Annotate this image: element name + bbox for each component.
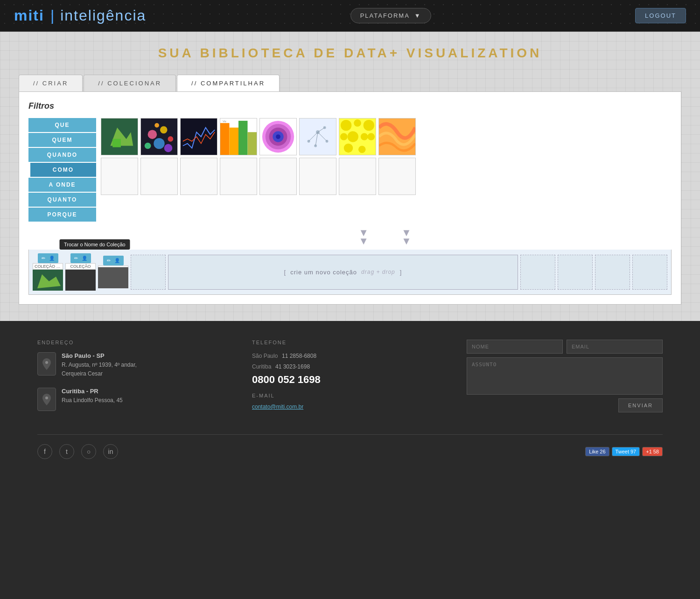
chart-item-map[interactable] bbox=[101, 118, 138, 155]
svg-marker-3 bbox=[112, 139, 121, 147]
form-email-input[interactable] bbox=[567, 340, 663, 354]
facebook-like-count: 26 bbox=[600, 449, 605, 454]
facebook-icon[interactable]: f bbox=[37, 444, 52, 459]
logo-inteligencia: inteligência bbox=[60, 7, 146, 24]
empty-slot-5[interactable] bbox=[632, 255, 667, 290]
tab-colecionar[interactable]: // COLECIONAR bbox=[84, 75, 176, 91]
filter-quando[interactable]: QUANDO bbox=[28, 148, 96, 162]
social-icons: f t ○ in bbox=[37, 444, 118, 459]
footer-grid: ENDEREÇO São Paulo - SP R. Augusta, nº 1… bbox=[37, 340, 663, 420]
drop-arrow-left: ▼ ▼ bbox=[358, 229, 369, 245]
googleplus-plus-icon: +1 bbox=[646, 449, 652, 454]
chart-item-radial[interactable] bbox=[259, 118, 297, 155]
svg-point-38 bbox=[364, 120, 374, 131]
collection-item-1: ✏ 👤 COLEÇÃO NOME bbox=[33, 253, 63, 291]
map-pin-sp bbox=[37, 352, 56, 376]
filter-quem[interactable]: QUEM bbox=[28, 133, 96, 147]
phone-sp-item: São Paulo 11 2858-6808 bbox=[252, 352, 448, 359]
email-link[interactable]: contato@miti.com.br bbox=[252, 404, 303, 410]
orkut-icon[interactable]: ○ bbox=[81, 444, 96, 459]
svg-rect-15 bbox=[230, 128, 239, 155]
drop-arrow-right: ▼ ▼ bbox=[401, 229, 412, 245]
chart-empty-4[interactable] bbox=[220, 158, 257, 195]
twitter-tweet-label: Tweet bbox=[616, 449, 629, 454]
chart-item-bar-orange[interactable]: Viz bbox=[220, 118, 257, 155]
filter-como[interactable]: COMO bbox=[28, 163, 96, 177]
tabs: // CRIAR // COLECIONAR // COMPARTILHAR bbox=[19, 75, 681, 91]
phone-title: TELEFONE bbox=[252, 340, 448, 345]
address-sp: São Paulo - SP R. Augusta, nº 1939, 4º a… bbox=[37, 352, 233, 378]
collection-thumb-3[interactable] bbox=[98, 267, 128, 288]
collection-user-icon-1[interactable]: 👤 bbox=[48, 255, 56, 262]
page-title: SUA BIBLIOTECA DE DATA+ VISUALIZATION bbox=[19, 46, 681, 61]
form-assunto-input[interactable] bbox=[467, 357, 663, 395]
chart-item-flow[interactable] bbox=[378, 118, 416, 155]
twitter-icon[interactable]: t bbox=[59, 444, 74, 459]
logout-button[interactable]: LOGOUT bbox=[635, 8, 686, 23]
googleplus-count: 58 bbox=[653, 449, 659, 454]
chart-empty-8[interactable] bbox=[378, 158, 416, 195]
collection-item-3: ✏ 👤 bbox=[98, 256, 128, 288]
svg-point-9 bbox=[145, 143, 151, 149]
address-title: ENDEREÇO bbox=[37, 340, 233, 345]
collection-thumb-2[interactable] bbox=[65, 270, 96, 291]
svg-point-49 bbox=[45, 397, 48, 399]
chart-empty-5[interactable] bbox=[259, 158, 297, 195]
collection-edit-icon-1[interactable]: ✏ bbox=[40, 255, 47, 262]
chart-item-bubble[interactable] bbox=[140, 118, 178, 155]
facebook-like-badge[interactable]: Like 26 bbox=[585, 447, 609, 456]
logo-miti: miti bbox=[14, 7, 44, 24]
filter-quanto[interactable]: QUANTO bbox=[28, 193, 96, 207]
collection-edit-icon-2[interactable]: ✏ bbox=[73, 255, 79, 262]
empty-slot-2[interactable] bbox=[520, 255, 555, 290]
plataforma-button[interactable]: PLATAFORMA ▼ bbox=[350, 8, 431, 23]
tab-criar[interactable]: // CRIAR bbox=[19, 75, 83, 91]
chart-empty-6[interactable] bbox=[299, 158, 336, 195]
svg-point-42 bbox=[367, 133, 375, 140]
phone-toll-free: 0800 052 1698 bbox=[252, 374, 448, 386]
empty-slot-4[interactable] bbox=[595, 255, 630, 290]
svg-point-39 bbox=[340, 133, 348, 140]
googleplus-badge[interactable]: +1 58 bbox=[642, 447, 663, 456]
chart-item-network[interactable] bbox=[299, 118, 336, 155]
linkedin-icon[interactable]: in bbox=[103, 444, 118, 459]
chart-row-1: Viz bbox=[101, 118, 672, 155]
svg-point-6 bbox=[160, 126, 168, 134]
chart-item-circles[interactable] bbox=[339, 118, 376, 155]
collection-thumb-1[interactable] bbox=[33, 270, 63, 291]
chart-empty-2[interactable] bbox=[140, 158, 178, 195]
svg-point-7 bbox=[154, 138, 164, 149]
empty-slot-1[interactable] bbox=[131, 255, 166, 290]
collection-edit-icon-3[interactable]: ✏ bbox=[105, 257, 112, 264]
email-section: E-MAIL contato@miti.com.br bbox=[252, 393, 448, 411]
filter-sidebar: QUE QUEM QUANDO COMO A ONDE QUANTO PORQU… bbox=[28, 118, 96, 222]
collection-item-2: ✏ 👤 Trocar o Nome do Coleção COLEÇÃO bbox=[65, 253, 96, 291]
twitter-tweet-badge[interactable]: Tweet 97 bbox=[612, 447, 640, 456]
chart-empty-7[interactable] bbox=[339, 158, 376, 195]
logo-separator: | bbox=[50, 7, 54, 24]
form-nome-input[interactable] bbox=[467, 340, 563, 354]
filter-a-onde[interactable]: A ONDE bbox=[28, 178, 96, 192]
collection-user-icon-2[interactable]: 👤 bbox=[80, 255, 89, 262]
facebook-like-label: Like bbox=[589, 449, 598, 454]
map-pin-cwb bbox=[37, 388, 56, 411]
twitter-tweet-count: 97 bbox=[630, 449, 636, 454]
svg-point-36 bbox=[341, 120, 351, 131]
svg-point-40 bbox=[348, 131, 358, 142]
chart-empty-1[interactable] bbox=[101, 158, 138, 195]
chart-grid: Viz bbox=[101, 118, 672, 222]
phone-cwb-item: Curitiba 41 3023-1698 bbox=[252, 363, 448, 370]
filter-porque[interactable]: PORQUE bbox=[28, 208, 96, 222]
empty-slot-3[interactable] bbox=[558, 255, 593, 290]
form-submit-button[interactable]: ENVIAR bbox=[618, 398, 663, 412]
new-collection-slot[interactable]: [ crie um novo coleção drag + drop ] bbox=[168, 255, 518, 290]
collection-user-icon-3[interactable]: 👤 bbox=[113, 257, 121, 264]
svg-point-11 bbox=[154, 123, 159, 128]
chart-empty-3[interactable] bbox=[180, 158, 217, 195]
cwb-city: Curitiba - PR bbox=[62, 388, 123, 395]
collection-label-1: COLEÇÃO NOME bbox=[33, 263, 63, 270]
footer: ENDEREÇO São Paulo - SP R. Augusta, nº 1… bbox=[0, 321, 700, 478]
chart-item-line[interactable] bbox=[180, 118, 217, 155]
filter-que[interactable]: QUE bbox=[28, 118, 96, 132]
tab-compartilhar[interactable]: // COMPARTILHAR bbox=[177, 75, 280, 91]
